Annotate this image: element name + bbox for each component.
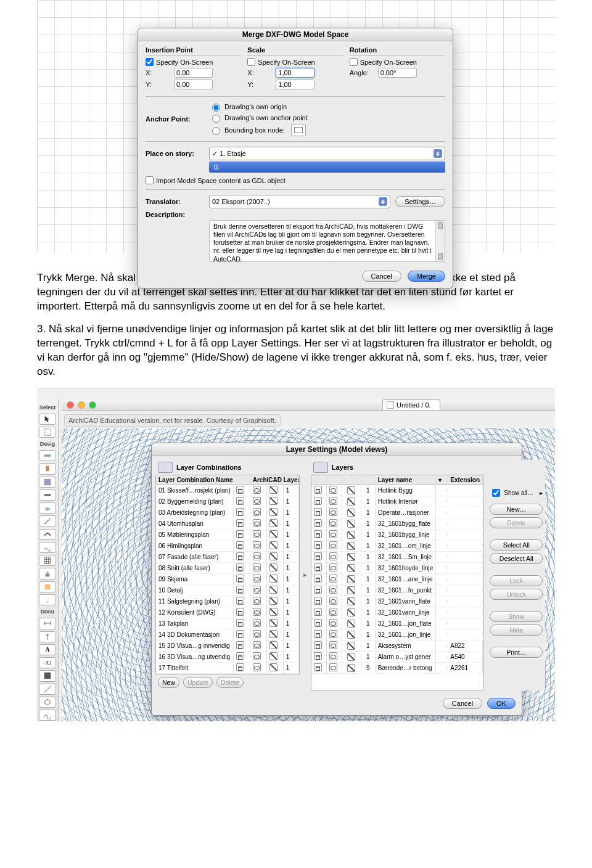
lock-button[interactable]: Lock <box>490 575 543 586</box>
anchor-bbox-radio[interactable]: Bounding box node: <box>209 124 308 136</box>
fill-tool-button[interactable] <box>39 670 56 681</box>
table-row[interactable]: 132_1601…jon_flate <box>311 618 483 629</box>
circle-tool-button[interactable] <box>39 697 56 708</box>
zone-tool-button[interactable] <box>39 581 56 592</box>
table-row[interactable]: 06 Himlingsplan1 <box>156 541 299 552</box>
scale-x-input[interactable] <box>276 68 314 78</box>
table-row[interactable]: 05 Møbleringsplan1 <box>156 530 299 541</box>
mesh-tool-button[interactable] <box>39 542 56 553</box>
zoom-window-icon[interactable] <box>89 401 96 409</box>
table-row[interactable]: 02 Byggemelding (plan)1 <box>156 496 299 507</box>
table-row[interactable]: 16 3D Visua…ng utvendig1 <box>156 652 299 663</box>
table-row[interactable]: 13 Takplan1 <box>156 618 299 629</box>
translator-settings-button[interactable]: Settings… <box>395 196 445 207</box>
table-row[interactable]: 132_1601bygg_flate <box>311 518 483 530</box>
layer-delete-button[interactable]: Delete <box>490 517 543 528</box>
specify-rotation-checkbox[interactable]: Specify On-Screen <box>350 58 445 66</box>
layers-table[interactable]: Layer name ▾ Extension 1Hotlink Bygg1Hot… <box>311 475 484 690</box>
table-row[interactable]: 1AksesystemA822 <box>311 641 483 652</box>
table-row[interactable]: 14 3D Dokumentasjon1 <box>156 629 299 641</box>
insertion-y-input[interactable] <box>174 80 213 89</box>
table-row[interactable]: 01 Skisse/f…rosjekt (plan)1 <box>156 485 299 496</box>
layer-combos-table[interactable]: Layer Combination Name ArchiCAD Layer 01… <box>155 475 300 674</box>
specify-insertion-chk[interactable] <box>146 58 154 66</box>
table-row[interactable]: 132_1601…ane_linje <box>311 574 483 585</box>
table-row[interactable]: 132_1601hoyde_linje <box>311 563 483 574</box>
story-popup[interactable]: ✓ 1. Etasje <box>209 147 445 160</box>
close-window-icon[interactable] <box>67 401 74 409</box>
table-row[interactable]: 12 Konsulent (DWG)1 <box>156 607 299 618</box>
unlock-button[interactable]: Unlock <box>490 589 543 600</box>
panel-splitter[interactable]: ▸ <box>303 460 307 690</box>
table-row[interactable]: 1Hotlink Interiør <box>311 496 483 507</box>
table-row[interactable]: 9Bærende…r betongA2261 <box>311 663 483 674</box>
minimize-window-icon[interactable] <box>78 401 85 409</box>
arrow-tool-button[interactable] <box>39 414 56 425</box>
table-row[interactable]: 11 Salgstegning (plan)1 <box>156 596 299 607</box>
table-row[interactable]: 132_1601vann_linje <box>311 607 483 618</box>
gdl-chk[interactable] <box>146 176 154 184</box>
table-row[interactable]: 1Alarm o…yst generA540 <box>311 652 483 663</box>
specify-scale-chk[interactable] <box>247 58 255 66</box>
curtain-wall-tool-button[interactable] <box>39 555 56 566</box>
description-textbox[interactable]: Bruk denne oversetteren til eksport fra … <box>209 220 445 262</box>
spline-tool-button[interactable] <box>39 710 56 721</box>
table-row[interactable]: 132_1601…jon_linje <box>311 629 483 641</box>
table-row[interactable]: 08 Snitt (alle faser)1 <box>156 563 299 574</box>
text-tool-button[interactable]: A <box>39 644 56 655</box>
ls-cancel-button[interactable]: Cancel <box>443 698 482 709</box>
select-all-button[interactable]: Select All <box>490 539 543 551</box>
table-row[interactable]: 1Hotlink Bygg <box>311 485 483 496</box>
beam-tool-button[interactable] <box>39 489 56 501</box>
table-row[interactable]: 132_1601bygg_linje <box>311 530 483 541</box>
line-tool-button[interactable] <box>39 684 56 695</box>
table-row[interactable]: 17 Tittelfelt1 <box>156 663 299 674</box>
table-row[interactable]: 132_1601…fo_punkt <box>311 585 483 596</box>
table-row[interactable]: 132_1601…Sm_linje <box>311 552 483 563</box>
merge-button[interactable]: Merge <box>408 271 445 282</box>
column-tool-button[interactable] <box>39 477 56 488</box>
lc-update-button[interactable]: Update <box>183 677 213 688</box>
story-dropdown-item[interactable]: 0. <box>209 162 445 173</box>
roof-tool-button[interactable] <box>39 529 56 540</box>
wall-tool-button[interactable] <box>39 450 56 461</box>
stair-tool-button[interactable] <box>39 515 56 526</box>
table-row[interactable]: 132_1601…om_linje <box>311 541 483 552</box>
table-row[interactable]: 15 3D Visua…g innvendig1 <box>156 641 299 652</box>
description-scrollbar[interactable] <box>435 221 445 261</box>
level-dim-tool-button[interactable] <box>39 631 56 642</box>
insertion-x-input[interactable] <box>174 68 213 78</box>
anchor-origin-radio[interactable]: Drawing's own origin <box>209 102 308 112</box>
cancel-button[interactable]: Cancel <box>362 271 401 282</box>
label-tool-button[interactable]: -A1 <box>39 657 56 668</box>
specify-scale-checkbox[interactable]: Specify On-Screen <box>247 58 343 66</box>
slab-tool-button[interactable] <box>39 502 56 514</box>
lamp-tool-button[interactable] <box>39 594 56 605</box>
lc-delete-button[interactable]: Delete <box>216 677 244 688</box>
scale-y-input[interactable] <box>276 80 314 89</box>
marquee-tool-button[interactable] <box>39 427 56 438</box>
layer-new-button[interactable]: New… <box>490 504 543 515</box>
rotation-angle-input[interactable] <box>378 68 417 78</box>
print-button[interactable]: Print… <box>490 647 543 658</box>
gdl-checkbox[interactable]: Import Model Space content as GDL object <box>146 176 445 184</box>
door-tool-button[interactable] <box>39 463 56 474</box>
anchor-own-radio[interactable]: Drawing's own anchor point <box>209 113 308 123</box>
tab-close-icon[interactable] <box>387 401 394 409</box>
window-tab[interactable]: Untitled / 0. <box>382 399 440 410</box>
bbox-node-icon[interactable] <box>291 124 306 136</box>
hide-button[interactable]: Hide <box>490 624 543 636</box>
table-row[interactable]: 1Operatø…rasjoner <box>311 507 483 518</box>
dimension-tool-button[interactable] <box>39 618 56 629</box>
table-row[interactable]: 03 Arbeidstegning (plan)1 <box>156 507 299 518</box>
show-all-checkbox[interactable]: Show all…▸ <box>490 487 543 501</box>
ls-ok-button[interactable]: OK <box>487 698 516 709</box>
specify-rotation-chk[interactable] <box>350 58 358 66</box>
table-row[interactable]: 04 Utomhusplan1 <box>156 518 299 530</box>
lc-new-button[interactable]: New <box>158 677 179 688</box>
table-row[interactable]: 132_1601vann_flate <box>311 596 483 607</box>
translator-popup[interactable]: 02 Eksport (2007..) <box>209 195 390 208</box>
table-row[interactable]: 09 Skjema1 <box>156 574 299 585</box>
show-button[interactable]: Show <box>490 611 543 622</box>
deselect-all-button[interactable]: Deselect All <box>490 553 543 564</box>
